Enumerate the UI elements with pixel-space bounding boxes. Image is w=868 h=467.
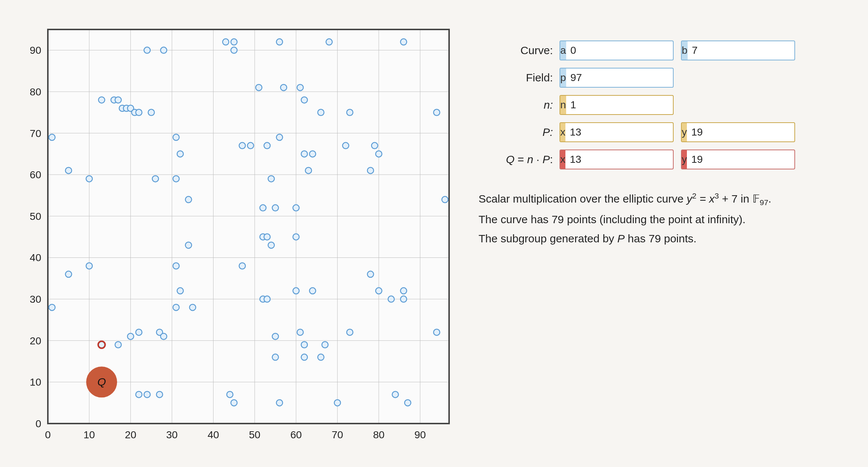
svg-point-96 [272,333,279,340]
input-Qx[interactable]: x [560,150,674,169]
svg-point-93 [268,176,274,182]
svg-point-109 [301,151,307,157]
svg-point-45 [66,167,72,173]
input-b-tag: b [682,41,688,60]
input-Qy-tag: y [682,150,687,169]
svg-point-134 [434,329,440,336]
svg-point-131 [401,39,407,45]
svg-text:10: 10 [84,429,95,440]
svg-point-92 [264,143,270,149]
svg-text:80: 80 [373,429,384,440]
label-field: Field: [479,71,560,84]
svg-point-75 [186,242,192,248]
svg-point-52 [115,97,121,103]
input-Px-field[interactable] [565,123,674,141]
svg-point-81 [231,47,237,53]
svg-text:90: 90 [414,429,426,440]
svg-text:50: 50 [30,211,41,222]
svg-point-64 [152,176,159,182]
svg-point-90 [264,296,270,302]
svg-point-42 [49,304,55,310]
svg-point-135 [442,196,448,203]
svg-text:60: 60 [290,429,302,440]
svg-point-59 [136,329,142,336]
input-p[interactable]: p [560,68,674,88]
input-Py-field[interactable] [687,123,795,141]
svg-point-70 [173,263,179,269]
svg-point-108 [301,97,307,103]
input-Py[interactable]: y [681,122,795,142]
input-Qx-field[interactable] [565,150,674,169]
svg-point-133 [434,109,440,116]
input-b[interactable]: b [681,41,795,60]
svg-point-76 [186,196,192,203]
input-a-tag: a [560,41,566,60]
svg-point-97 [272,354,279,360]
svg-point-85 [247,143,254,149]
svg-point-60 [136,391,142,398]
input-n[interactable]: n [560,95,674,115]
svg-point-126 [375,288,382,294]
input-a[interactable]: a [560,41,674,60]
svg-point-114 [318,109,324,116]
svg-point-120 [347,329,353,336]
svg-text:20: 20 [30,335,41,347]
svg-text:0: 0 [45,429,51,440]
svg-text:Q: Q [97,376,106,388]
svg-point-72 [173,134,179,140]
svg-point-121 [347,109,353,116]
svg-rect-0 [48,29,449,424]
svg-point-43 [49,134,55,140]
svg-point-125 [375,151,382,157]
input-Px-tag: x [560,123,565,141]
svg-text:0: 0 [35,418,41,429]
svg-point-79 [227,391,233,398]
svg-text:10: 10 [30,376,41,388]
svg-point-95 [272,205,279,211]
svg-point-99 [276,134,283,140]
svg-point-55 [127,333,134,340]
svg-point-98 [276,400,283,406]
svg-point-58 [136,109,142,116]
svg-point-103 [293,234,299,240]
svg-text:50: 50 [249,429,260,440]
label-n: n: [479,99,560,111]
svg-point-83 [239,263,246,269]
svg-point-91 [264,234,270,240]
svg-point-73 [177,151,183,157]
svg-point-62 [144,391,150,398]
input-Qy-field[interactable] [687,150,795,169]
svg-point-104 [293,288,299,294]
svg-text:30: 30 [166,429,178,440]
svg-point-111 [305,167,311,173]
svg-point-82 [231,400,237,406]
description-text: Scalar multiplication over the elliptic … [479,190,846,247]
input-Qy[interactable]: y [681,150,795,169]
svg-point-118 [334,400,341,406]
svg-point-116 [322,342,328,348]
svg-point-124 [371,143,378,149]
svg-point-61 [144,47,150,53]
svg-text:70: 70 [30,128,41,139]
svg-text:80: 80 [30,86,41,98]
input-a-field[interactable] [566,41,674,60]
svg-point-130 [401,288,407,294]
input-p-field[interactable] [566,69,674,87]
svg-text:30: 30 [30,294,41,305]
svg-point-49 [99,97,105,103]
input-n-field[interactable] [566,96,674,114]
svg-point-77 [190,304,196,310]
input-b-field[interactable] [688,41,795,60]
svg-point-78 [223,39,229,45]
svg-point-119 [343,143,349,149]
svg-text:90: 90 [30,45,41,56]
svg-point-68 [160,47,167,53]
svg-point-100 [276,39,283,45]
input-Py-tag: y [682,123,687,141]
input-Px[interactable]: x [560,122,674,142]
svg-point-86 [256,84,262,91]
svg-point-94 [268,242,274,248]
input-n-tag: n [560,96,566,114]
svg-point-89 [260,205,266,211]
input-Qx-tag: x [560,150,565,169]
